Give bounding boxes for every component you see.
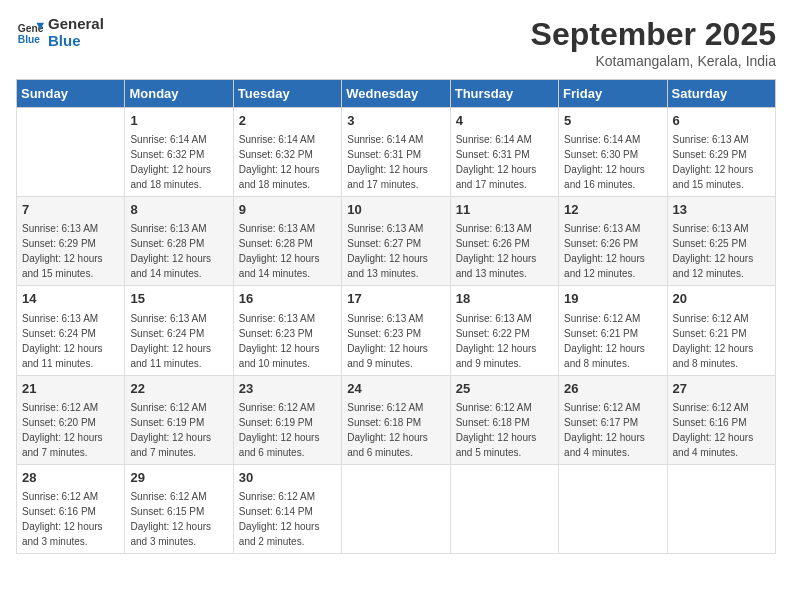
day-info: Sunrise: 6:14 AM Sunset: 6:30 PM Dayligh… bbox=[564, 132, 661, 192]
day-info: Sunrise: 6:12 AM Sunset: 6:16 PM Dayligh… bbox=[22, 489, 119, 549]
calendar-cell: 16Sunrise: 6:13 AM Sunset: 6:23 PM Dayli… bbox=[233, 286, 341, 375]
day-number: 26 bbox=[564, 380, 661, 398]
day-info: Sunrise: 6:12 AM Sunset: 6:18 PM Dayligh… bbox=[456, 400, 553, 460]
weekday-header-monday: Monday bbox=[125, 80, 233, 108]
day-info: Sunrise: 6:12 AM Sunset: 6:21 PM Dayligh… bbox=[673, 311, 770, 371]
day-number: 25 bbox=[456, 380, 553, 398]
calendar-cell: 11Sunrise: 6:13 AM Sunset: 6:26 PM Dayli… bbox=[450, 197, 558, 286]
calendar-cell: 4Sunrise: 6:14 AM Sunset: 6:31 PM Daylig… bbox=[450, 108, 558, 197]
calendar-cell: 15Sunrise: 6:13 AM Sunset: 6:24 PM Dayli… bbox=[125, 286, 233, 375]
calendar-cell bbox=[17, 108, 125, 197]
day-info: Sunrise: 6:14 AM Sunset: 6:32 PM Dayligh… bbox=[239, 132, 336, 192]
day-number: 30 bbox=[239, 469, 336, 487]
svg-text:Blue: Blue bbox=[18, 34, 41, 45]
weekday-header-tuesday: Tuesday bbox=[233, 80, 341, 108]
day-info: Sunrise: 6:12 AM Sunset: 6:20 PM Dayligh… bbox=[22, 400, 119, 460]
day-info: Sunrise: 6:13 AM Sunset: 6:22 PM Dayligh… bbox=[456, 311, 553, 371]
day-info: Sunrise: 6:13 AM Sunset: 6:28 PM Dayligh… bbox=[130, 221, 227, 281]
day-number: 18 bbox=[456, 290, 553, 308]
day-info: Sunrise: 6:12 AM Sunset: 6:21 PM Dayligh… bbox=[564, 311, 661, 371]
logo-icon: General Blue bbox=[16, 19, 44, 47]
calendar-cell: 27Sunrise: 6:12 AM Sunset: 6:16 PM Dayli… bbox=[667, 375, 775, 464]
calendar-table: SundayMondayTuesdayWednesdayThursdayFrid… bbox=[16, 79, 776, 554]
calendar-cell bbox=[667, 464, 775, 553]
day-number: 7 bbox=[22, 201, 119, 219]
day-number: 13 bbox=[673, 201, 770, 219]
calendar-cell: 17Sunrise: 6:13 AM Sunset: 6:23 PM Dayli… bbox=[342, 286, 450, 375]
calendar-cell: 20Sunrise: 6:12 AM Sunset: 6:21 PM Dayli… bbox=[667, 286, 775, 375]
header: General Blue General Blue September 2025… bbox=[16, 16, 776, 69]
calendar-cell: 18Sunrise: 6:13 AM Sunset: 6:22 PM Dayli… bbox=[450, 286, 558, 375]
day-number: 1 bbox=[130, 112, 227, 130]
calendar-cell: 10Sunrise: 6:13 AM Sunset: 6:27 PM Dayli… bbox=[342, 197, 450, 286]
day-number: 15 bbox=[130, 290, 227, 308]
day-number: 5 bbox=[564, 112, 661, 130]
calendar-cell: 21Sunrise: 6:12 AM Sunset: 6:20 PM Dayli… bbox=[17, 375, 125, 464]
calendar-cell: 28Sunrise: 6:12 AM Sunset: 6:16 PM Dayli… bbox=[17, 464, 125, 553]
calendar-cell bbox=[342, 464, 450, 553]
day-info: Sunrise: 6:13 AM Sunset: 6:27 PM Dayligh… bbox=[347, 221, 444, 281]
day-info: Sunrise: 6:13 AM Sunset: 6:24 PM Dayligh… bbox=[130, 311, 227, 371]
day-number: 22 bbox=[130, 380, 227, 398]
weekday-header-thursday: Thursday bbox=[450, 80, 558, 108]
logo-general: General bbox=[48, 16, 104, 33]
day-number: 21 bbox=[22, 380, 119, 398]
calendar-cell: 7Sunrise: 6:13 AM Sunset: 6:29 PM Daylig… bbox=[17, 197, 125, 286]
day-info: Sunrise: 6:13 AM Sunset: 6:29 PM Dayligh… bbox=[22, 221, 119, 281]
weekday-header-wednesday: Wednesday bbox=[342, 80, 450, 108]
calendar-cell bbox=[450, 464, 558, 553]
day-info: Sunrise: 6:14 AM Sunset: 6:31 PM Dayligh… bbox=[347, 132, 444, 192]
day-number: 8 bbox=[130, 201, 227, 219]
day-number: 14 bbox=[22, 290, 119, 308]
day-info: Sunrise: 6:13 AM Sunset: 6:23 PM Dayligh… bbox=[347, 311, 444, 371]
weekday-header-saturday: Saturday bbox=[667, 80, 775, 108]
day-info: Sunrise: 6:14 AM Sunset: 6:32 PM Dayligh… bbox=[130, 132, 227, 192]
day-info: Sunrise: 6:13 AM Sunset: 6:24 PM Dayligh… bbox=[22, 311, 119, 371]
day-number: 27 bbox=[673, 380, 770, 398]
day-number: 28 bbox=[22, 469, 119, 487]
month-title: September 2025 bbox=[531, 16, 776, 53]
calendar-cell: 1Sunrise: 6:14 AM Sunset: 6:32 PM Daylig… bbox=[125, 108, 233, 197]
calendar-cell: 19Sunrise: 6:12 AM Sunset: 6:21 PM Dayli… bbox=[559, 286, 667, 375]
day-info: Sunrise: 6:12 AM Sunset: 6:14 PM Dayligh… bbox=[239, 489, 336, 549]
calendar-cell: 2Sunrise: 6:14 AM Sunset: 6:32 PM Daylig… bbox=[233, 108, 341, 197]
day-info: Sunrise: 6:13 AM Sunset: 6:29 PM Dayligh… bbox=[673, 132, 770, 192]
day-info: Sunrise: 6:13 AM Sunset: 6:26 PM Dayligh… bbox=[456, 221, 553, 281]
day-number: 23 bbox=[239, 380, 336, 398]
calendar-cell: 9Sunrise: 6:13 AM Sunset: 6:28 PM Daylig… bbox=[233, 197, 341, 286]
day-info: Sunrise: 6:13 AM Sunset: 6:25 PM Dayligh… bbox=[673, 221, 770, 281]
day-number: 2 bbox=[239, 112, 336, 130]
day-info: Sunrise: 6:12 AM Sunset: 6:16 PM Dayligh… bbox=[673, 400, 770, 460]
day-number: 29 bbox=[130, 469, 227, 487]
day-info: Sunrise: 6:13 AM Sunset: 6:23 PM Dayligh… bbox=[239, 311, 336, 371]
logo: General Blue General Blue bbox=[16, 16, 104, 49]
day-info: Sunrise: 6:12 AM Sunset: 6:17 PM Dayligh… bbox=[564, 400, 661, 460]
weekday-header-sunday: Sunday bbox=[17, 80, 125, 108]
day-info: Sunrise: 6:12 AM Sunset: 6:15 PM Dayligh… bbox=[130, 489, 227, 549]
day-number: 10 bbox=[347, 201, 444, 219]
calendar-cell: 23Sunrise: 6:12 AM Sunset: 6:19 PM Dayli… bbox=[233, 375, 341, 464]
weekday-header-friday: Friday bbox=[559, 80, 667, 108]
calendar-cell: 14Sunrise: 6:13 AM Sunset: 6:24 PM Dayli… bbox=[17, 286, 125, 375]
day-number: 9 bbox=[239, 201, 336, 219]
calendar-cell: 3Sunrise: 6:14 AM Sunset: 6:31 PM Daylig… bbox=[342, 108, 450, 197]
calendar-cell: 26Sunrise: 6:12 AM Sunset: 6:17 PM Dayli… bbox=[559, 375, 667, 464]
day-number: 16 bbox=[239, 290, 336, 308]
calendar-cell: 29Sunrise: 6:12 AM Sunset: 6:15 PM Dayli… bbox=[125, 464, 233, 553]
calendar-cell: 8Sunrise: 6:13 AM Sunset: 6:28 PM Daylig… bbox=[125, 197, 233, 286]
day-number: 20 bbox=[673, 290, 770, 308]
calendar-cell: 24Sunrise: 6:12 AM Sunset: 6:18 PM Dayli… bbox=[342, 375, 450, 464]
day-number: 6 bbox=[673, 112, 770, 130]
day-info: Sunrise: 6:13 AM Sunset: 6:26 PM Dayligh… bbox=[564, 221, 661, 281]
day-number: 19 bbox=[564, 290, 661, 308]
calendar-cell: 6Sunrise: 6:13 AM Sunset: 6:29 PM Daylig… bbox=[667, 108, 775, 197]
day-info: Sunrise: 6:13 AM Sunset: 6:28 PM Dayligh… bbox=[239, 221, 336, 281]
day-info: Sunrise: 6:12 AM Sunset: 6:18 PM Dayligh… bbox=[347, 400, 444, 460]
calendar-cell: 12Sunrise: 6:13 AM Sunset: 6:26 PM Dayli… bbox=[559, 197, 667, 286]
day-number: 3 bbox=[347, 112, 444, 130]
calendar-cell: 22Sunrise: 6:12 AM Sunset: 6:19 PM Dayli… bbox=[125, 375, 233, 464]
day-number: 17 bbox=[347, 290, 444, 308]
calendar-cell: 13Sunrise: 6:13 AM Sunset: 6:25 PM Dayli… bbox=[667, 197, 775, 286]
calendar-cell: 25Sunrise: 6:12 AM Sunset: 6:18 PM Dayli… bbox=[450, 375, 558, 464]
day-number: 24 bbox=[347, 380, 444, 398]
